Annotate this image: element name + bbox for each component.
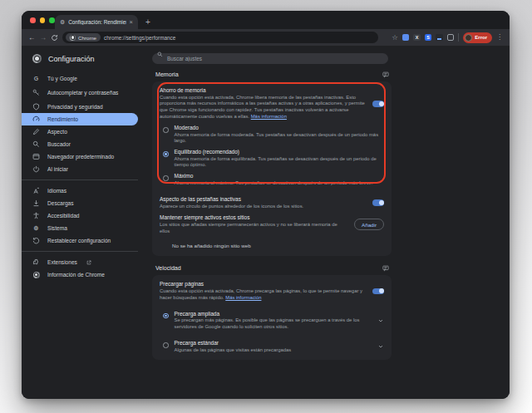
chrome-logo-icon (70, 35, 76, 41)
memory-saver-row: Ahorro de memoria Cuando esta opción est… (152, 85, 392, 123)
memory-saver-title: Ahorro de memoria (160, 87, 367, 93)
wrench-icon: ⚙ (32, 224, 40, 232)
settings-title: Configuración (48, 55, 95, 63)
pen-icon (32, 128, 40, 135)
more-info-link[interactable]: Más información (251, 114, 287, 119)
x-extension-icon[interactable]: X (413, 34, 421, 42)
toolbar-right: ☆ X S Error ⋮ (392, 32, 503, 43)
reset-icon (32, 237, 40, 244)
memory-saver-desc: Cuando esta opción está activada, Chrome… (160, 95, 367, 120)
preload-radio-extended[interactable]: Precarga ampliada Se precargan más págin… (152, 308, 392, 332)
new-tab-button[interactable]: + (145, 18, 150, 27)
sidebar-item-downloads[interactable]: Descargas (22, 197, 138, 209)
sidebar-item-system[interactable]: ⚙ Sistema (22, 222, 138, 234)
sidebar-item-languages[interactable]: Idiomas (22, 184, 138, 197)
preload-row: Precargar páginas Cuando esta opción est… (152, 278, 392, 303)
browser-icon (32, 153, 40, 160)
preload-toggle[interactable] (372, 288, 384, 295)
sidebar-item-reset[interactable]: Restablecer configuración (22, 234, 138, 247)
avatar (465, 34, 472, 42)
translate-icon (32, 187, 40, 194)
sidebar-item-about-chrome[interactable]: Información de Chrome (22, 268, 138, 281)
sidebar-item-default-browser[interactable]: Navegador predeterminado (22, 150, 138, 163)
tab-settings[interactable]: ⚙ Configuración: Rendimiento × (55, 15, 138, 29)
panel-extension-icon[interactable] (447, 34, 455, 42)
tab-title: Configuración: Rendimiento (68, 19, 126, 25)
close-tab-icon[interactable]: × (130, 19, 133, 26)
speed-card: Precargar páginas Cuando esta opción est… (152, 275, 392, 359)
reload-icon[interactable] (51, 34, 58, 42)
toolbar-divider (458, 33, 459, 42)
back-icon[interactable]: ← (28, 34, 36, 42)
close-window-button[interactable] (30, 17, 36, 23)
memory-section-title: Memoria (155, 71, 179, 78)
feedback-icon[interactable] (382, 71, 389, 78)
address-bar[interactable]: Chrome chrome://settings/performance (62, 32, 378, 43)
sidebar-item-performance[interactable]: Rendimiento (22, 113, 138, 125)
sidebar-item-on-startup[interactable]: Al iniciar (22, 163, 138, 175)
chrome-logo-icon (32, 271, 40, 278)
minimize-window-button[interactable] (40, 17, 46, 23)
sidebar-item-privacy[interactable]: Privacidad y seguridad (22, 101, 138, 113)
window-controls (30, 17, 55, 23)
search-icon (157, 52, 163, 57)
main-content: Memoria Ahorro de memoria Cuando esta op… (151, 46, 510, 399)
feedback-icon[interactable] (382, 265, 389, 272)
chevron-down-icon[interactable] (377, 343, 384, 350)
tab-strip: ⚙ Configuración: Rendimiento × + (22, 11, 510, 29)
radio-icon[interactable] (163, 342, 169, 348)
menu-kebab-icon[interactable]: ⋮ (496, 34, 503, 41)
sidebar-header: Configuración (22, 50, 151, 72)
inactive-tabs-toggle[interactable] (372, 199, 384, 206)
sidebar-item-accessibility[interactable]: Accesibilidad (22, 209, 138, 222)
sidebar-item-extensions[interactable]: Extensiones (22, 256, 138, 268)
memory-radio-maximum[interactable]: Máximo Ahorra memoria al máximo. Tus pes… (152, 171, 392, 189)
preload-radio-standard[interactable]: Precarga estándar Algunas de las páginas… (152, 338, 392, 356)
memory-radio-moderate[interactable]: Moderado Ahorra memoria de forma moderad… (152, 123, 392, 147)
no-sites-note: No se ha añadido ningún sitio web (152, 237, 392, 252)
radio-icon[interactable] (163, 127, 169, 133)
site-chip[interactable]: Chrome (66, 33, 101, 42)
doc-extension-icon[interactable] (402, 34, 410, 42)
memory-saver-toggle[interactable] (372, 101, 384, 107)
sidebar-item-you-and-google[interactable]: G Tú y Google (22, 72, 138, 85)
sidebar-item-autofill[interactable]: Autocompletar y contraseñas (22, 85, 138, 101)
always-active-row: Mantener siempre activos estos sitios Lo… (152, 212, 392, 237)
url-text: chrome://settings/performance (104, 35, 175, 41)
bookmark-star-icon[interactable]: ☆ (392, 34, 398, 42)
accessibility-icon (32, 212, 40, 219)
sidebar-divider (22, 251, 138, 252)
search-icon (32, 140, 40, 148)
memory-radio-balanced[interactable]: Equilibrado (recomendado) Ahorra memoria… (152, 147, 392, 171)
external-link-icon (86, 260, 91, 265)
settings-gear-icon: ⚙ (60, 19, 65, 25)
speed-section-title: Velocidad (155, 265, 181, 272)
power-icon (32, 165, 40, 173)
sidebar-item-appearance[interactable]: Aspecto (22, 125, 138, 138)
profile-chip[interactable]: Error (463, 32, 492, 43)
chevron-down-icon[interactable] (377, 317, 384, 324)
google-g-icon: G (32, 75, 40, 82)
memory-card: Ahorro de memoria Cuando esta opción est… (152, 81, 392, 256)
radio-icon[interactable] (163, 175, 169, 181)
s-extension-icon[interactable]: S (425, 34, 432, 42)
toolbar: ← → Chrome chrome://settings/performance… (22, 29, 510, 46)
puzzle-icon (32, 258, 40, 266)
search-settings-input[interactable] (152, 53, 388, 64)
forward-icon[interactable]: → (40, 34, 47, 42)
zoom-window-button[interactable] (49, 17, 55, 23)
dark-extension-icon[interactable] (436, 34, 443, 42)
add-site-button[interactable]: Añadir (354, 219, 384, 230)
browser-window: ⚙ Configuración: Rendimiento × + ← → Chr… (22, 11, 510, 399)
radio-icon[interactable] (163, 151, 169, 157)
chrome-logo-icon (32, 54, 42, 63)
sidebar: Configuración G Tú y Google Autocompleta… (22, 46, 151, 399)
settings-page: Configuración G Tú y Google Autocompleta… (22, 46, 510, 399)
radio-icon[interactable] (163, 313, 169, 319)
sidebar-item-search-engine[interactable]: Buscador (22, 138, 138, 150)
profile-error-label: Error (475, 35, 487, 40)
key-icon (32, 89, 40, 96)
shield-icon (32, 103, 40, 111)
site-chip-label: Chrome (78, 35, 96, 41)
more-info-link[interactable]: Más información (225, 295, 261, 300)
